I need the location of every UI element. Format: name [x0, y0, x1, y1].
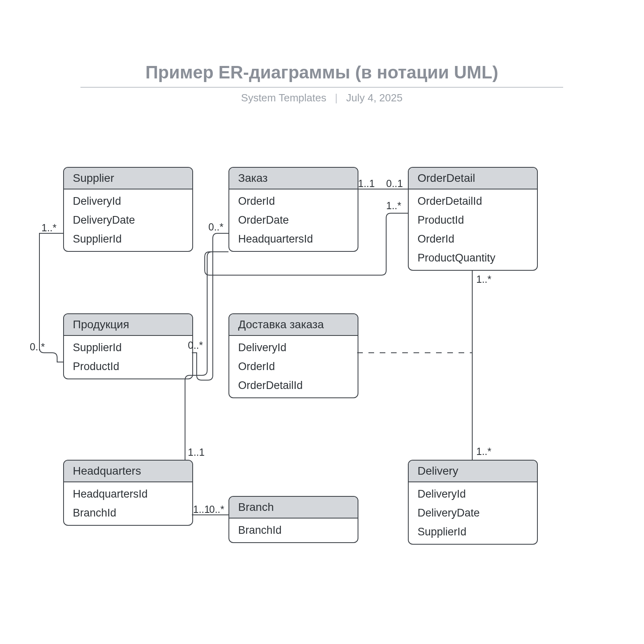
conn-order-product: [192, 233, 228, 380]
entity-attr: OrderId: [229, 192, 358, 211]
entity-attr: DeliveryId: [64, 192, 192, 211]
mult-orderdetail-left: 0..1: [386, 178, 403, 189]
subtitle-date: July 4, 2025: [346, 92, 402, 104]
entity-header: Branch: [229, 497, 358, 518]
entity-orderdetail[interactable]: OrderDetail OrderDetailId ProductId Orde…: [408, 167, 538, 271]
entity-header: Продукция: [64, 314, 192, 336]
entity-delivery[interactable]: Delivery DeliveryId DeliveryDate Supplie…: [408, 460, 538, 545]
entity-attr: SupplierId: [409, 523, 537, 541]
mult-order-right: 1..1: [358, 178, 375, 189]
entity-attrs: SupplierId ProductId: [64, 336, 192, 379]
entity-attrs: OrderDetailId ProductId OrderId ProductQ…: [409, 189, 537, 270]
entity-attr: OrderDetailId: [409, 192, 537, 211]
entity-product[interactable]: Продукция SupplierId ProductId: [63, 313, 193, 379]
entity-attr: HeadquartersId: [64, 485, 192, 504]
mult-od-delivery-top: 1..*: [476, 274, 492, 285]
entity-attr: OrderId: [409, 230, 537, 249]
mult-product-right: 0..*: [188, 339, 203, 351]
entity-attrs: OrderId OrderDate HeadquartersId: [229, 189, 358, 251]
entity-attr: ProductId: [409, 211, 537, 230]
entity-attr: BranchId: [64, 504, 192, 523]
mult-hq-right: 1..1: [193, 504, 210, 515]
entity-header: Supplier: [64, 168, 192, 189]
entity-attrs: DeliveryId DeliveryDate SupplierId: [409, 482, 537, 544]
entity-header: Заказ: [229, 168, 358, 189]
entity-attr: SupplierId: [64, 338, 192, 357]
mult-od-delivery-bottom: 1..*: [476, 446, 492, 457]
entity-attrs: BranchId: [229, 518, 358, 542]
diagram-title: Пример ER-диаграммы (в нотации UML): [80, 62, 563, 82]
entity-header: Delivery: [409, 461, 537, 482]
mult-orderdetail-order-src: 1..*: [386, 200, 401, 212]
entity-attr: OrderDetailId: [229, 376, 358, 395]
entity-attr: DeliveryDate: [409, 504, 537, 523]
entity-header: OrderDetail: [409, 168, 537, 189]
subtitle-author: System Templates: [241, 92, 326, 104]
entity-order[interactable]: Заказ OrderId OrderDate HeadquartersId: [228, 167, 358, 252]
mult-hq-top: 1..1: [188, 446, 205, 458]
entity-attr: ProductQuantity: [409, 249, 537, 267]
entity-attr: DeliveryId: [229, 338, 358, 357]
title-underline: [80, 87, 563, 88]
entity-headquarters[interactable]: Headquarters HeadquartersId BranchId: [63, 460, 193, 526]
entity-attrs: HeadquartersId BranchId: [64, 482, 192, 525]
subtitle-separator: |: [335, 92, 337, 104]
entity-orderdelivery[interactable]: Доставка заказа DeliveryId OrderId Order…: [228, 313, 358, 398]
entity-attr: OrderDate: [229, 211, 358, 230]
entity-attr: DeliveryDate: [64, 211, 192, 230]
entity-attr: ProductId: [64, 357, 192, 376]
entity-attrs: DeliveryId OrderId OrderDetailId: [229, 336, 358, 397]
entity-branch[interactable]: Branch BranchId: [228, 496, 358, 543]
entity-attr: BranchId: [229, 521, 358, 540]
entity-attrs: DeliveryId DeliveryDate SupplierId: [64, 189, 192, 251]
entity-supplier[interactable]: Supplier DeliveryId DeliveryDate Supplie…: [63, 167, 193, 252]
mult-supplier-bottom: 0..*: [30, 341, 45, 353]
entity-header: Headquarters: [64, 461, 192, 482]
mult-branch-left: 0..*: [209, 504, 224, 515]
entity-attr: OrderId: [229, 357, 358, 376]
mult-order-left: 0..*: [208, 221, 224, 233]
diagram-subtitle: System Templates | July 4, 2025: [80, 92, 563, 104]
entity-attr: SupplierId: [64, 230, 192, 249]
entity-header: Доставка заказа: [229, 314, 358, 336]
mult-supplier-top: 1..*: [41, 222, 57, 234]
entity-attr: DeliveryId: [409, 485, 537, 504]
entity-attr: HeadquartersId: [229, 230, 358, 249]
